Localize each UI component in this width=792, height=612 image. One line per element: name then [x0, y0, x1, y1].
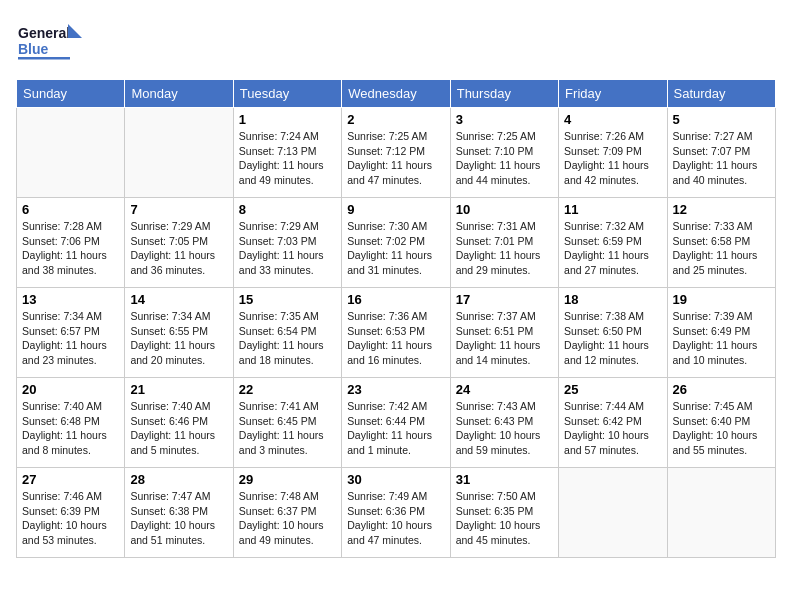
day-info: Sunrise: 7:40 AMSunset: 6:48 PMDaylight:…: [22, 399, 119, 458]
day-info: Sunrise: 7:42 AMSunset: 6:44 PMDaylight:…: [347, 399, 444, 458]
calendar-cell: 3Sunrise: 7:25 AMSunset: 7:10 PMDaylight…: [450, 108, 558, 198]
day-number: 13: [22, 292, 119, 307]
calendar-cell: 31Sunrise: 7:50 AMSunset: 6:35 PMDayligh…: [450, 468, 558, 558]
calendar-cell: 11Sunrise: 7:32 AMSunset: 6:59 PMDayligh…: [559, 198, 667, 288]
day-info: Sunrise: 7:47 AMSunset: 6:38 PMDaylight:…: [130, 489, 227, 548]
calendar-cell: 13Sunrise: 7:34 AMSunset: 6:57 PMDayligh…: [17, 288, 125, 378]
calendar-cell: 4Sunrise: 7:26 AMSunset: 7:09 PMDaylight…: [559, 108, 667, 198]
calendar-cell: 24Sunrise: 7:43 AMSunset: 6:43 PMDayligh…: [450, 378, 558, 468]
day-info: Sunrise: 7:31 AMSunset: 7:01 PMDaylight:…: [456, 219, 553, 278]
calendar-cell: 29Sunrise: 7:48 AMSunset: 6:37 PMDayligh…: [233, 468, 341, 558]
day-number: 7: [130, 202, 227, 217]
day-number: 16: [347, 292, 444, 307]
day-info: Sunrise: 7:33 AMSunset: 6:58 PMDaylight:…: [673, 219, 770, 278]
calendar-cell: 16Sunrise: 7:36 AMSunset: 6:53 PMDayligh…: [342, 288, 450, 378]
calendar-cell: 25Sunrise: 7:44 AMSunset: 6:42 PMDayligh…: [559, 378, 667, 468]
logo: General Blue: [16, 16, 86, 71]
calendar-cell: 10Sunrise: 7:31 AMSunset: 7:01 PMDayligh…: [450, 198, 558, 288]
day-header-monday: Monday: [125, 80, 233, 108]
calendar-week-row: 13Sunrise: 7:34 AMSunset: 6:57 PMDayligh…: [17, 288, 776, 378]
day-number: 21: [130, 382, 227, 397]
day-number: 9: [347, 202, 444, 217]
svg-rect-3: [18, 57, 70, 60]
day-info: Sunrise: 7:50 AMSunset: 6:35 PMDaylight:…: [456, 489, 553, 548]
day-number: 2: [347, 112, 444, 127]
calendar-cell: 22Sunrise: 7:41 AMSunset: 6:45 PMDayligh…: [233, 378, 341, 468]
calendar-cell: 7Sunrise: 7:29 AMSunset: 7:05 PMDaylight…: [125, 198, 233, 288]
day-info: Sunrise: 7:27 AMSunset: 7:07 PMDaylight:…: [673, 129, 770, 188]
day-number: 17: [456, 292, 553, 307]
day-number: 26: [673, 382, 770, 397]
day-info: Sunrise: 7:35 AMSunset: 6:54 PMDaylight:…: [239, 309, 336, 368]
calendar-cell: 9Sunrise: 7:30 AMSunset: 7:02 PMDaylight…: [342, 198, 450, 288]
calendar-cell: 30Sunrise: 7:49 AMSunset: 6:36 PMDayligh…: [342, 468, 450, 558]
calendar-cell: 14Sunrise: 7:34 AMSunset: 6:55 PMDayligh…: [125, 288, 233, 378]
calendar-cell: 17Sunrise: 7:37 AMSunset: 6:51 PMDayligh…: [450, 288, 558, 378]
day-header-friday: Friday: [559, 80, 667, 108]
day-number: 23: [347, 382, 444, 397]
day-number: 15: [239, 292, 336, 307]
day-info: Sunrise: 7:43 AMSunset: 6:43 PMDaylight:…: [456, 399, 553, 458]
day-number: 6: [22, 202, 119, 217]
day-info: Sunrise: 7:29 AMSunset: 7:03 PMDaylight:…: [239, 219, 336, 278]
calendar-cell: 15Sunrise: 7:35 AMSunset: 6:54 PMDayligh…: [233, 288, 341, 378]
calendar-table: SundayMondayTuesdayWednesdayThursdayFrid…: [16, 79, 776, 558]
day-number: 28: [130, 472, 227, 487]
day-info: Sunrise: 7:36 AMSunset: 6:53 PMDaylight:…: [347, 309, 444, 368]
day-info: Sunrise: 7:37 AMSunset: 6:51 PMDaylight:…: [456, 309, 553, 368]
day-header-sunday: Sunday: [17, 80, 125, 108]
day-info: Sunrise: 7:29 AMSunset: 7:05 PMDaylight:…: [130, 219, 227, 278]
day-info: Sunrise: 7:30 AMSunset: 7:02 PMDaylight:…: [347, 219, 444, 278]
calendar-week-row: 27Sunrise: 7:46 AMSunset: 6:39 PMDayligh…: [17, 468, 776, 558]
day-number: 11: [564, 202, 661, 217]
day-number: 31: [456, 472, 553, 487]
day-number: 12: [673, 202, 770, 217]
day-info: Sunrise: 7:24 AMSunset: 7:13 PMDaylight:…: [239, 129, 336, 188]
calendar-cell: 26Sunrise: 7:45 AMSunset: 6:40 PMDayligh…: [667, 378, 775, 468]
page-header: General Blue: [16, 16, 776, 71]
day-info: Sunrise: 7:34 AMSunset: 6:55 PMDaylight:…: [130, 309, 227, 368]
calendar-cell: 20Sunrise: 7:40 AMSunset: 6:48 PMDayligh…: [17, 378, 125, 468]
day-info: Sunrise: 7:45 AMSunset: 6:40 PMDaylight:…: [673, 399, 770, 458]
day-info: Sunrise: 7:25 AMSunset: 7:10 PMDaylight:…: [456, 129, 553, 188]
day-number: 1: [239, 112, 336, 127]
day-info: Sunrise: 7:26 AMSunset: 7:09 PMDaylight:…: [564, 129, 661, 188]
day-number: 4: [564, 112, 661, 127]
svg-marker-2: [68, 24, 82, 38]
day-number: 14: [130, 292, 227, 307]
calendar-cell: 12Sunrise: 7:33 AMSunset: 6:58 PMDayligh…: [667, 198, 775, 288]
day-number: 3: [456, 112, 553, 127]
calendar-week-row: 1Sunrise: 7:24 AMSunset: 7:13 PMDaylight…: [17, 108, 776, 198]
calendar-cell: 18Sunrise: 7:38 AMSunset: 6:50 PMDayligh…: [559, 288, 667, 378]
calendar-cell: 6Sunrise: 7:28 AMSunset: 7:06 PMDaylight…: [17, 198, 125, 288]
day-info: Sunrise: 7:40 AMSunset: 6:46 PMDaylight:…: [130, 399, 227, 458]
day-number: 22: [239, 382, 336, 397]
calendar-cell: 21Sunrise: 7:40 AMSunset: 6:46 PMDayligh…: [125, 378, 233, 468]
svg-text:General: General: [18, 25, 70, 41]
calendar-cell: [17, 108, 125, 198]
calendar-header-row: SundayMondayTuesdayWednesdayThursdayFrid…: [17, 80, 776, 108]
calendar-cell: 2Sunrise: 7:25 AMSunset: 7:12 PMDaylight…: [342, 108, 450, 198]
calendar-cell: 27Sunrise: 7:46 AMSunset: 6:39 PMDayligh…: [17, 468, 125, 558]
day-number: 20: [22, 382, 119, 397]
day-info: Sunrise: 7:34 AMSunset: 6:57 PMDaylight:…: [22, 309, 119, 368]
calendar-cell: 8Sunrise: 7:29 AMSunset: 7:03 PMDaylight…: [233, 198, 341, 288]
day-info: Sunrise: 7:39 AMSunset: 6:49 PMDaylight:…: [673, 309, 770, 368]
day-number: 18: [564, 292, 661, 307]
day-number: 29: [239, 472, 336, 487]
calendar-cell: 1Sunrise: 7:24 AMSunset: 7:13 PMDaylight…: [233, 108, 341, 198]
day-number: 10: [456, 202, 553, 217]
day-number: 8: [239, 202, 336, 217]
calendar-cell: [125, 108, 233, 198]
calendar-cell: 5Sunrise: 7:27 AMSunset: 7:07 PMDaylight…: [667, 108, 775, 198]
day-number: 25: [564, 382, 661, 397]
day-info: Sunrise: 7:46 AMSunset: 6:39 PMDaylight:…: [22, 489, 119, 548]
day-number: 27: [22, 472, 119, 487]
day-info: Sunrise: 7:38 AMSunset: 6:50 PMDaylight:…: [564, 309, 661, 368]
logo-icon: General Blue: [16, 16, 86, 71]
day-info: Sunrise: 7:49 AMSunset: 6:36 PMDaylight:…: [347, 489, 444, 548]
calendar-cell: 23Sunrise: 7:42 AMSunset: 6:44 PMDayligh…: [342, 378, 450, 468]
calendar-cell: [559, 468, 667, 558]
day-header-wednesday: Wednesday: [342, 80, 450, 108]
svg-text:Blue: Blue: [18, 41, 49, 57]
